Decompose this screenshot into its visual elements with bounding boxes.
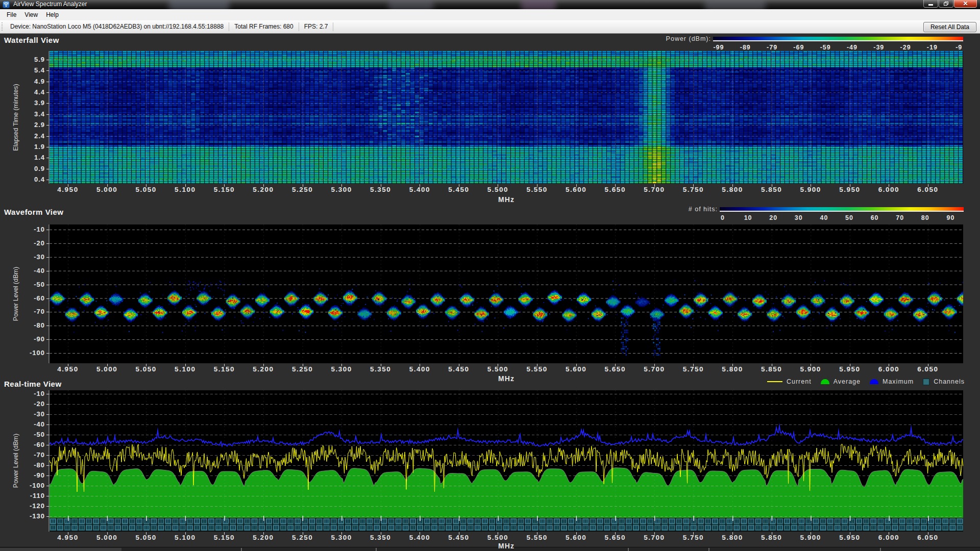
- waterfall-y-tick-label: 0.4: [14, 176, 45, 183]
- realtime-section-title: Real-time View: [4, 380, 62, 388]
- waterfall-y-tick-label: 4.9: [14, 78, 45, 85]
- realtime-x-tickmark: [732, 532, 733, 535]
- waveform-x-tickmark: [693, 364, 694, 366]
- realtime-y-tick-label: -70: [14, 451, 45, 459]
- waveform-y-tick-label: -100: [14, 349, 45, 357]
- waterfall-colorbar-tick-label: -59: [820, 44, 831, 51]
- titlebar-glass-blur: [168, 0, 230, 9]
- waveform-x-tickmark: [107, 364, 108, 366]
- realtime-y-tickmark: [46, 486, 49, 486]
- realtime-legend: CurrentAverageMaximumChannels: [767, 378, 965, 385]
- waveform-x-tick-label: 5.800: [722, 365, 743, 373]
- minimize-icon: [928, 4, 933, 6]
- waveform-y-tick-label: -90: [14, 335, 45, 343]
- waveform-x-tickmark: [341, 364, 342, 366]
- waveform-y-tickmark: [46, 339, 49, 340]
- legend-label: Average: [834, 378, 861, 385]
- waterfall-section-title: Waterfall View: [4, 36, 59, 44]
- realtime-x-tickmark: [537, 532, 537, 535]
- waterfall-y-tick-label: 2.4: [14, 132, 45, 140]
- antenna-icon: [3, 2, 9, 8]
- realtime-x-tick-label: 5.150: [214, 534, 235, 541]
- waterfall-x-tick-label: 6.000: [878, 186, 899, 193]
- hits-colorbar-label: # of hits:: [657, 206, 718, 213]
- waveform-y-tickmark: [46, 298, 49, 299]
- realtime-y-tick-label: -10: [14, 390, 45, 397]
- waterfall-x-tick-label: 5.950: [839, 186, 860, 193]
- window-title: AirView Spectrum Analyzer: [13, 1, 87, 8]
- waterfall-x-tick-label: 5.200: [253, 186, 274, 193]
- realtime-y-tick-label: -130: [14, 512, 45, 520]
- realtime-y-tick-label: -120: [14, 502, 45, 510]
- waveform-x-tick-label: 5.900: [800, 365, 821, 373]
- realtime-x-tick-label: 5.200: [253, 534, 274, 541]
- waveform-colorbar-tick-label: 0: [721, 214, 725, 221]
- legend-label: Maximum: [883, 378, 914, 385]
- realtime-x-tick-label: 5.450: [448, 534, 469, 541]
- waveform-colorbar-tick-label: 50: [845, 214, 853, 221]
- waterfall-x-tick-label: 5.300: [331, 186, 352, 193]
- menu-item-view[interactable]: View: [20, 10, 42, 20]
- waveform-x-tickmark: [576, 364, 577, 366]
- waterfall-y-tick-label: 2.9: [14, 121, 45, 129]
- waterfall-colorbar-tick-label: -99: [713, 44, 724, 51]
- waterfall-colorbar-tick-label: -39: [873, 44, 884, 51]
- menu-item-help[interactable]: Help: [42, 10, 63, 20]
- realtime-x-tickmark: [889, 532, 889, 535]
- titlebar-glass-blur: [388, 0, 434, 9]
- waterfall-x-tickmark: [459, 184, 459, 187]
- realtime-x-tick-label: 5.650: [605, 534, 626, 541]
- waveform-x-tickmark: [811, 364, 811, 366]
- rf-frames-status: Total RF Frames: 680: [229, 22, 299, 31]
- realtime-y-tick-label: -110: [14, 492, 45, 499]
- realtime-x-tick-label: 5.050: [136, 534, 157, 541]
- maximize-restore-button[interactable]: [939, 0, 953, 8]
- taskbar-separator: [376, 548, 377, 551]
- waveform-y-tickmark: [46, 285, 49, 285]
- waterfall-y-tick-label: 0.9: [14, 165, 45, 172]
- waterfall-x-tickmark: [654, 184, 655, 187]
- reset-all-data-button[interactable]: Reset All Data: [923, 22, 976, 32]
- waveform-x-tickmark: [850, 364, 850, 366]
- waterfall-x-tickmark: [732, 184, 733, 187]
- waterfall-x-tick-label: 5.150: [214, 186, 235, 193]
- realtime-chart-canvas[interactable]: [48, 390, 963, 532]
- waterfall-x-tickmark: [850, 184, 850, 187]
- realtime-x-tickmark: [303, 532, 303, 535]
- waterfall-x-tickmark: [107, 184, 108, 187]
- waterfall-y-tickmark: [46, 114, 49, 115]
- waterfall-y-tickmark: [46, 180, 49, 180]
- waterfall-x-tickmark: [381, 184, 381, 187]
- waveform-x-tickmark: [537, 364, 537, 366]
- waterfall-x-tickmark: [498, 184, 498, 187]
- waveform-x-tick-label: 5.350: [370, 365, 391, 373]
- waterfall-heatmap-canvas[interactable]: [48, 51, 963, 184]
- titlebar-glass-blur: [521, 0, 556, 9]
- waveform-x-tickmark: [146, 364, 146, 366]
- minimize-button[interactable]: [923, 0, 938, 8]
- waveform-colorbar-tick-label: 60: [871, 214, 879, 221]
- waveform-x-tickmark: [459, 364, 459, 366]
- realtime-x-tickmark: [68, 532, 68, 535]
- waterfall-x-tick-label: 5.900: [800, 186, 821, 193]
- waterfall-y-tickmark: [46, 147, 49, 147]
- waterfall-colorbar-tick-label: -89: [740, 44, 751, 51]
- waterfall-x-tickmark: [772, 184, 772, 187]
- waveform-x-tick-label: 5.950: [839, 365, 860, 373]
- waterfall-x-tick-label: 5.600: [566, 186, 586, 193]
- waveform-y-tickmark: [46, 312, 49, 312]
- menu-item-file[interactable]: File: [3, 10, 20, 20]
- waterfall-x-tick-label: 5.550: [526, 186, 547, 193]
- waterfall-x-tick-label: 5.500: [487, 186, 508, 193]
- close-button[interactable]: ✕: [954, 0, 977, 8]
- waterfall-y-tick-label: 5.4: [14, 66, 45, 74]
- waveform-section-title: Waveform View: [4, 208, 64, 216]
- waveform-heatmap-canvas[interactable]: [48, 224, 963, 363]
- realtime-x-tickmark: [420, 532, 420, 535]
- waveform-y-tick-label: -50: [14, 281, 45, 288]
- waterfall-x-tick-label: 5.800: [722, 186, 743, 193]
- taskbar-segment: [0, 548, 121, 551]
- realtime-x-tick-label: 5.250: [292, 534, 313, 541]
- waveform-y-tick-label: -20: [14, 239, 45, 247]
- waveform-x-tickmark: [498, 364, 498, 366]
